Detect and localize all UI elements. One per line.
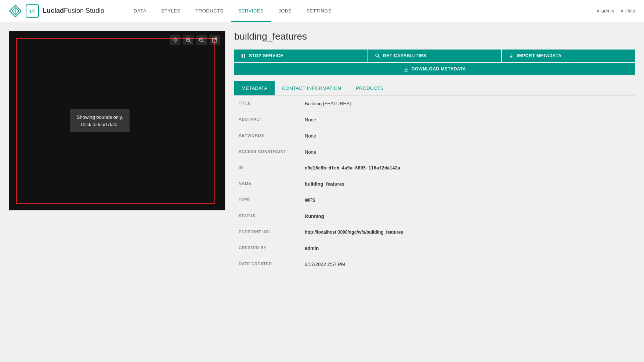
import-icon — [509, 53, 514, 58]
svg-line-25 — [378, 56, 380, 58]
map-toolbar — [170, 35, 220, 45]
locate-icon — [172, 37, 178, 43]
nav-item-jobs[interactable]: JOBS — [271, 0, 299, 22]
table-row: ABSTRACT None — [234, 112, 635, 128]
import-metadata-button[interactable]: IMPORT METADATA — [502, 50, 635, 62]
metadata-table: TITLE Building [FEATURES] ABSTRACT None … — [234, 96, 635, 273]
map-canvas: Showing bounds only. Click to load data. — [9, 31, 225, 210]
tab-metadata[interactable]: METADATA — [234, 81, 275, 95]
header-right: ∨ admin ∨ Help — [596, 8, 635, 14]
locate-button[interactable] — [170, 35, 180, 45]
pause-icon — [241, 53, 246, 58]
caret-icon: ∨ — [596, 8, 600, 14]
map-tooltip[interactable]: Showing bounds only. Click to load data. — [70, 109, 130, 132]
action-buttons-row1: STOP SERVICE GET CAPABILITIES IMPORT MET… — [234, 50, 635, 62]
diamond-logo-icon — [9, 4, 22, 18]
table-row: TITLE Building [FEATURES] — [234, 96, 635, 112]
table-row: ENDPOINT URL http://localhost:3000/ogc/w… — [234, 224, 635, 240]
svg-point-24 — [376, 54, 379, 57]
external-link-button[interactable] — [210, 35, 220, 45]
svg-point-8 — [174, 39, 176, 41]
svg-rect-23 — [244, 54, 245, 58]
service-title: building_features — [234, 31, 635, 42]
svg-line-19 — [203, 41, 204, 43]
nav-item-data[interactable]: DATA — [126, 0, 154, 22]
nav-item-settings[interactable]: SETTINGS — [299, 0, 339, 22]
svg-line-16 — [189, 41, 191, 43]
table-row: KEYWORDS None — [234, 128, 635, 144]
zoom-in-icon — [185, 37, 191, 43]
search-capabilities-icon — [375, 53, 380, 58]
map-panel[interactable]: Showing bounds only. Click to load data. — [9, 31, 225, 211]
table-row: NAME building_features — [234, 176, 635, 192]
detail-panel: building_features STOP SERVICE GET CAPAB… — [234, 31, 635, 353]
main-nav: DATA STYLES PRODUCTS SERVICES JOBS SETTI… — [126, 0, 596, 22]
table-row: ID e0e16c8b-dfcb-4a9a-8805-116af2da142a — [234, 160, 635, 176]
table-row: STATUS Running — [234, 208, 635, 224]
tab-products[interactable]: PRODUCTS — [348, 81, 391, 95]
svg-rect-22 — [242, 54, 243, 58]
tabs: METADATA CONTACT INFORMATION PRODUCTS — [234, 81, 635, 96]
nav-item-products[interactable]: PRODUCTS — [188, 0, 231, 22]
svg-line-21 — [215, 38, 217, 40]
table-row: DATE CREATED 6/17/2022 2:57 PM — [234, 256, 635, 273]
stop-service-button[interactable]: STOP SERVICE — [234, 50, 368, 62]
action-buttons-row2: DOWNLOAD METADATA — [234, 63, 635, 75]
logo-text: LuciadFusion Studio — [43, 7, 104, 15]
download-icon — [404, 66, 409, 72]
admin-menu[interactable]: ∨ admin — [596, 8, 614, 14]
tab-contact[interactable]: CONTACT INFORMATION — [275, 81, 348, 95]
table-row: TYPE WFS — [234, 192, 635, 208]
download-metadata-button[interactable]: DOWNLOAD METADATA — [234, 63, 635, 75]
table-row: ACCESS CONSTRAINT None — [234, 144, 635, 160]
zoom-out-button[interactable] — [196, 35, 207, 45]
nav-item-services[interactable]: SERVICES — [231, 0, 271, 22]
main-content: Showing bounds only. Click to load data.… — [0, 22, 644, 362]
help-menu[interactable]: ∨ Help — [620, 8, 635, 14]
logo-box-icon: LF — [26, 4, 39, 18]
zoom-in-button[interactable] — [183, 35, 193, 45]
get-capabilities-button[interactable]: GET CAPABILITIES — [368, 50, 502, 62]
header: LF LuciadFusion Studio DATA STYLES PRODU… — [0, 0, 644, 22]
zoom-out-icon — [199, 37, 205, 43]
logo-area: LF LuciadFusion Studio — [9, 4, 104, 18]
nav-item-styles[interactable]: STYLES — [154, 0, 188, 22]
table-row: CREATED BY admin — [234, 240, 635, 256]
external-link-icon — [212, 37, 218, 43]
caret-icon-help: ∨ — [620, 8, 624, 14]
